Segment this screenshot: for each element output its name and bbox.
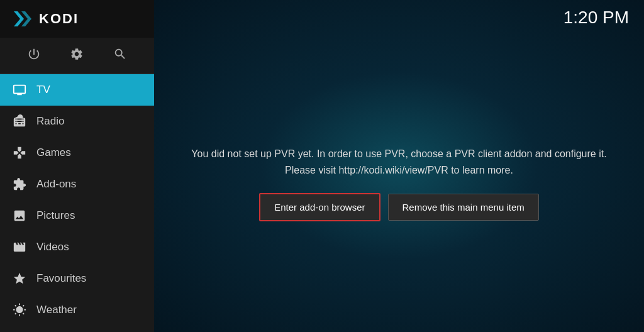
power-icon[interactable] [22, 42, 46, 69]
pvr-message-line2: Please visit http://kodi.wiki/view/PVR t… [285, 165, 513, 175]
sidebar-item-pictures[interactable]: Pictures [0, 200, 154, 231]
sidebar-item-videos-label: Videos [36, 241, 69, 253]
app-header: KODI [0, 0, 154, 38]
tv-icon [11, 82, 28, 98]
clock: 1:20 PM [564, 8, 629, 28]
sidebar-item-weather[interactable]: Weather [0, 294, 154, 326]
sidebar-item-radio[interactable]: Radio [0, 106, 154, 137]
enter-addon-browser-button[interactable]: Enter add-on browser [259, 193, 380, 221]
sidebar-item-weather-label: Weather [36, 304, 77, 316]
favourites-icon [11, 270, 28, 287]
pvr-message-line1: You did not set up PVR yet. In order to … [191, 148, 606, 159]
svg-marker-0 [14, 11, 24, 26]
sidebar-toolbar [0, 38, 154, 74]
games-icon [11, 145, 28, 161]
pvr-button-row: Enter add-on browser Remove this main me… [259, 193, 539, 221]
pvr-message: You did not set up PVR yet. In order to … [191, 146, 606, 178]
main-content: 1:20 PM You did not set up PVR yet. In o… [154, 0, 644, 332]
sidebar-item-addons-label: Add-ons [36, 178, 76, 191]
sidebar-item-tv[interactable]: TV [0, 74, 154, 106]
addons-icon [11, 176, 28, 192]
pictures-icon [11, 208, 28, 224]
sidebar-item-pictures-label: Pictures [36, 209, 75, 222]
kodi-logo-icon [10, 8, 33, 30]
sidebar-item-addons[interactable]: Add-ons [0, 169, 154, 200]
search-icon[interactable] [108, 42, 132, 69]
app-title: KODI [39, 11, 79, 27]
pvr-content-area: You did not set up PVR yet. In order to … [154, 35, 644, 332]
sidebar-item-games-label: Games [36, 147, 71, 159]
sidebar-item-radio-label: Radio [36, 115, 64, 128]
topbar: 1:20 PM [154, 0, 644, 35]
radio-icon [11, 113, 28, 130]
sidebar-item-tv-label: TV [36, 84, 50, 96]
sidebar-nav: TV Radio Games Add-ons Pictures [0, 74, 154, 332]
sidebar-item-favourites[interactable]: Favourites [0, 263, 154, 294]
videos-icon [11, 239, 28, 255]
weather-icon [11, 302, 28, 318]
sidebar-item-games[interactable]: Games [0, 137, 154, 169]
sidebar-item-videos[interactable]: Videos [0, 231, 154, 263]
remove-menu-item-button[interactable]: Remove this main menu item [388, 194, 539, 221]
sidebar: KODI TV Radio [0, 0, 154, 332]
sidebar-item-favourites-label: Favourites [36, 272, 86, 285]
settings-icon[interactable] [65, 42, 89, 69]
